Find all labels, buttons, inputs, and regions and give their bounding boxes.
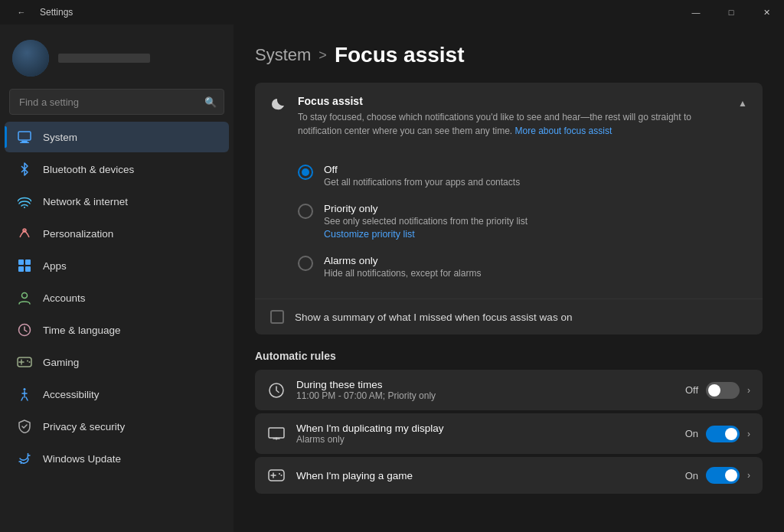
sidebar-item-network[interactable]: Network & internet (5, 186, 229, 217)
svg-point-25 (281, 475, 283, 476)
bluetooth-icon (17, 162, 32, 177)
sidebar-item-accounts[interactable]: Accounts (5, 282, 229, 313)
sidebar-item-bluetooth[interactable]: Bluetooth & devices (5, 154, 229, 184)
svg-point-14 (27, 361, 28, 362)
radio-button-priority[interactable] (298, 204, 313, 219)
content-area: System > Focus assist Focus assist To st… (234, 24, 784, 532)
page-title: Focus assist (335, 43, 465, 67)
rule-gaming-chevron: › (747, 470, 750, 481)
svg-rect-8 (25, 266, 31, 272)
customize-priority-link[interactable]: Customize priority list (324, 229, 528, 240)
search-box: 🔍 (9, 89, 224, 115)
time-icon (17, 322, 32, 338)
gaming-rule-icon (267, 466, 286, 485)
accounts-icon (17, 290, 32, 305)
svg-rect-18 (269, 428, 284, 438)
sidebar-label-accessibility: Accessibility (43, 389, 100, 400)
rule-during-times-chevron: › (747, 385, 750, 396)
search-input[interactable] (9, 89, 224, 115)
rule-duplicating[interactable]: When I'm duplicating my display Alarms o… (255, 413, 763, 454)
svg-rect-6 (25, 259, 31, 265)
sidebar-item-personalization[interactable]: Personalization (5, 218, 229, 249)
summary-checkbox-row[interactable]: Show a summary of what I missed when foc… (255, 299, 763, 335)
close-button[interactable]: ✕ (749, 0, 784, 24)
automatic-rules-heading: Automatic rules (255, 350, 763, 362)
main-layout: 🔍 System Bluetooth & devices (0, 24, 784, 532)
avatar-image (12, 40, 49, 77)
display-icon (267, 425, 286, 443)
focus-assist-header[interactable]: Focus assist To stay focused, choose whi… (255, 83, 763, 150)
sidebar-label-system: System (43, 132, 77, 143)
sidebar-label-bluetooth: Bluetooth & devices (43, 164, 134, 175)
radio-text-alarms: Alarms only Hide all notifications, exce… (324, 255, 481, 279)
focus-assist-title: Focus assist (298, 95, 727, 107)
sidebar-label-network: Network & internet (43, 196, 128, 207)
focus-assist-header-left: Focus assist To stay focused, choose whi… (270, 95, 727, 138)
focus-assist-desc: To stay focused, choose which notificati… (298, 110, 727, 138)
sidebar-label-apps: Apps (43, 260, 67, 272)
rule-gaming-right: On › (685, 467, 750, 484)
avatar[interactable] (12, 40, 49, 77)
radio-option-off[interactable]: Off Get all notifications from your apps… (298, 156, 747, 195)
app-title: Settings (40, 7, 73, 18)
profile-section[interactable] (0, 31, 234, 89)
radio-option-priority[interactable]: Priority only See only selected notifica… (298, 195, 747, 247)
sidebar-label-accounts: Accounts (43, 292, 86, 304)
accessibility-icon (17, 387, 32, 402)
toggle-thumb (708, 384, 720, 397)
rule-gaming-text: When I'm playing a game (296, 470, 413, 481)
chevron-up-icon: ▲ (738, 98, 747, 109)
radio-text-off: Off Get all notifications from your apps… (324, 164, 520, 188)
radio-button-alarms[interactable] (298, 256, 313, 271)
titlebar-left: ← Settings (9, 0, 73, 24)
rule-duplicating-text: When I'm duplicating my display Alarms o… (296, 423, 443, 445)
rule-gaming[interactable]: When I'm playing a game On › (255, 457, 763, 494)
sidebar-label-personalization: Personalization (43, 228, 113, 240)
sidebar-item-gaming[interactable]: Gaming (5, 347, 229, 377)
breadcrumb-separator: > (318, 47, 327, 64)
clock-icon (267, 381, 286, 400)
back-button[interactable]: ← (9, 0, 34, 24)
minimize-button[interactable]: — (678, 0, 714, 24)
sidebar-label-gaming: Gaming (43, 357, 79, 368)
svg-rect-2 (20, 142, 29, 144)
svg-point-16 (24, 388, 26, 390)
svg-rect-0 (18, 132, 31, 140)
rule-during-times[interactable]: During these times 11:00 PM - 07:00 AM; … (255, 370, 763, 410)
system-icon (17, 129, 32, 145)
rule-duplicating-left: When I'm duplicating my display Alarms o… (267, 423, 443, 445)
gaming-icon (17, 354, 32, 370)
svg-point-24 (279, 473, 280, 475)
svg-point-15 (29, 361, 31, 363)
svg-rect-5 (18, 259, 24, 265)
sidebar-item-accessibility[interactable]: Accessibility (5, 379, 229, 410)
page-header: System > Focus assist (255, 43, 763, 67)
sidebar-item-update[interactable]: Windows Update (5, 443, 229, 474)
rule-during-times-text: During these times 11:00 PM - 07:00 AM; … (296, 379, 436, 401)
breadcrumb-parent[interactable]: System (255, 45, 311, 65)
summary-checkbox[interactable] (270, 310, 284, 324)
sidebar-label-time: Time & language (43, 325, 121, 336)
network-icon (17, 194, 32, 209)
sidebar-item-privacy[interactable]: Privacy & security (5, 411, 229, 442)
svg-point-3 (24, 207, 25, 208)
maximize-button[interactable]: □ (714, 0, 749, 24)
rule-during-times-left: During these times 11:00 PM - 07:00 AM; … (267, 379, 436, 401)
sidebar-item-apps[interactable]: Apps (5, 250, 229, 281)
radio-button-off[interactable] (298, 165, 313, 180)
radio-options: Off Get all notifications from your apps… (255, 150, 763, 299)
radio-text-priority: Priority only See only selected notifica… (324, 203, 528, 240)
sidebar-item-system[interactable]: System (5, 122, 229, 152)
svg-rect-7 (18, 266, 24, 272)
toggle-thumb (725, 428, 737, 440)
profile-name (58, 54, 150, 63)
sidebar-item-time[interactable]: Time & language (5, 315, 229, 345)
rule-duplicating-toggle[interactable] (706, 426, 740, 442)
titlebar: ← Settings — □ ✕ (0, 0, 784, 24)
radio-option-alarms[interactable]: Alarms only Hide all notifications, exce… (298, 247, 747, 286)
focus-assist-text: Focus assist To stay focused, choose whi… (298, 95, 727, 138)
rule-during-times-toggle[interactable] (706, 382, 740, 399)
sidebar-label-privacy: Privacy & security (43, 421, 125, 432)
more-link[interactable]: More about focus assist (515, 126, 612, 136)
rule-gaming-toggle[interactable] (706, 467, 740, 484)
